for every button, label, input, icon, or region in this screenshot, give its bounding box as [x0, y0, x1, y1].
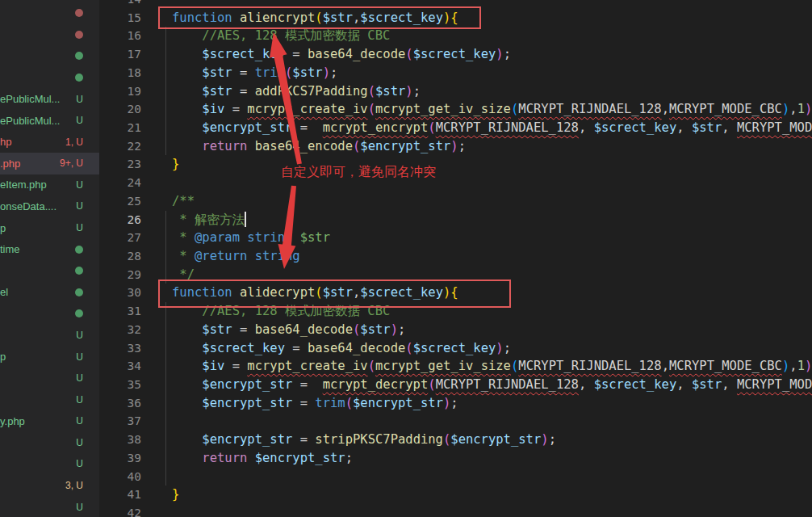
file-item[interactable]: ePublicMul...U — [0, 110, 99, 132]
file-item[interactable]: time — [0, 238, 99, 260]
modified-dot-icon — [75, 288, 83, 296]
file-item[interactable]: 3, U — [0, 475, 99, 497]
line-number[interactable]: 23 — [99, 155, 141, 174]
line-number[interactable]: 34 — [99, 357, 141, 376]
line-number[interactable]: 26 — [99, 211, 141, 229]
file-item[interactable]: pU — [0, 346, 99, 368]
code-text: $encrypt_str = stripPKSC7Padding($encryp… — [141, 431, 556, 449]
line-number[interactable]: 17 — [99, 45, 141, 64]
code-text: $screct_key = base64_decode($screct_key)… — [141, 45, 511, 64]
code-line[interactable]: 41} — [99, 485, 812, 504]
code-line[interactable]: 18 $str = trim($str); — [99, 64, 812, 82]
line-number[interactable]: 41 — [99, 485, 141, 504]
file-item[interactable] — [0, 24, 99, 46]
code-line[interactable]: 35 $encrypt_str = mcrypt_decrypt(MCRYPT_… — [99, 376, 812, 394]
file-item[interactable]: U — [0, 325, 99, 347]
file-item[interactable] — [0, 2, 99, 24]
code-line[interactable]: 21 $encrypt_str = mcrypt_encrypt(MCRYPT_… — [99, 119, 812, 137]
line-number[interactable]: 22 — [99, 137, 141, 156]
file-item[interactable]: ePublicMul...U — [0, 88, 99, 110]
line-number[interactable]: 27 — [99, 229, 141, 247]
code-line[interactable]: 32 $str = base64_decode($str); — [99, 321, 812, 339]
code-line[interactable]: 28 * @return string — [99, 247, 812, 266]
code-line[interactable]: 23} — [99, 155, 812, 174]
file-item[interactable]: y.phpU — [0, 410, 99, 432]
file-item[interactable]: .php9+, U — [0, 153, 99, 174]
git-status-badge: U — [76, 458, 83, 469]
file-item-label: onseData.... — [0, 200, 73, 212]
file-item[interactable]: U — [0, 432, 99, 454]
line-number[interactable]: 14 — [99, 0, 141, 9]
file-item[interactable] — [0, 45, 99, 67]
line-number[interactable]: 16 — [99, 27, 141, 45]
line-number[interactable]: 21 — [99, 119, 141, 137]
code-line[interactable]: 17 $screct_key = base64_decode($screct_k… — [99, 45, 812, 64]
code-line[interactable]: 40 — [99, 468, 812, 486]
line-number[interactable]: 18 — [99, 64, 141, 82]
line-number[interactable]: 30 — [99, 284, 141, 302]
code-text: //AES, 128 模式加密数据 CBC — [141, 27, 390, 45]
file-item[interactable] — [0, 260, 99, 282]
code-line[interactable]: 26 * 解密方法 — [99, 211, 812, 229]
file-item[interactable]: pU — [0, 217, 99, 239]
file-item[interactable]: eItem.phpU — [0, 174, 99, 196]
code-line[interactable]: 42 — [99, 504, 812, 517]
file-item[interactable]: el — [0, 282, 99, 304]
code-line[interactable]: 37 — [99, 412, 812, 431]
file-item[interactable]: hp1, U — [0, 131, 99, 153]
modified-dot-icon — [75, 31, 83, 39]
git-status-badge: U — [76, 200, 83, 212]
code-line[interactable]: 15function aliencrypt($str,$screct_key){ — [99, 9, 812, 27]
code-text — [141, 412, 172, 431]
code-line[interactable]: 31 //AES, 128 模式加密数据 CBC — [99, 302, 812, 321]
code-line[interactable]: 27 * @param string $str — [99, 229, 812, 247]
code-text — [141, 0, 172, 9]
line-number[interactable]: 29 — [99, 266, 141, 284]
file-item-label: ePublicMul... — [0, 93, 73, 105]
code-line[interactable]: 34 $iv = mcrypt_create_iv(mcrypt_get_iv_… — [99, 357, 812, 376]
line-number[interactable]: 35 — [99, 376, 141, 394]
git-status-badge: U — [76, 437, 83, 448]
line-number[interactable]: 24 — [99, 174, 141, 192]
line-number[interactable]: 15 — [99, 9, 141, 27]
line-number[interactable]: 42 — [99, 504, 141, 517]
line-number[interactable]: 39 — [99, 449, 141, 468]
line-number[interactable]: 40 — [99, 468, 141, 486]
code-line[interactable]: 30function alidecrypt($str,$screct_key){ — [99, 284, 812, 302]
code-line[interactable]: 33 $screct_key = base64_decode($screct_k… — [99, 339, 812, 358]
git-status-badge: U — [76, 179, 83, 191]
file-item[interactable]: U — [0, 389, 99, 410]
file-item[interactable] — [0, 303, 99, 325]
file-item[interactable] — [0, 67, 99, 89]
code-text: function aliencrypt($str,$screct_key){ — [141, 9, 458, 27]
code-line[interactable]: 29 */ — [99, 266, 812, 284]
file-item[interactable]: onseData....U — [0, 195, 99, 217]
line-number[interactable]: 38 — [99, 431, 141, 449]
file-item[interactable]: U — [0, 368, 99, 389]
line-number[interactable]: 28 — [99, 247, 141, 266]
line-number[interactable]: 37 — [99, 412, 141, 431]
code-line[interactable]: 14 — [99, 0, 812, 9]
line-number[interactable]: 25 — [99, 192, 141, 211]
code-text: //AES, 128 模式加密数据 CBC — [141, 302, 390, 321]
code-line[interactable]: 24 — [99, 174, 812, 192]
code-line[interactable]: 36 $encrypt_str = trim($encrypt_str); — [99, 394, 812, 413]
code-editor[interactable]: 1415function aliencrypt($str,$screct_key… — [99, 0, 812, 517]
file-item[interactable]: U — [0, 453, 99, 475]
code-line[interactable]: 38 $encrypt_str = stripPKSC7Padding($enc… — [99, 431, 812, 449]
line-number[interactable]: 33 — [99, 339, 141, 358]
line-number[interactable]: 20 — [99, 100, 141, 119]
code-text: * @return string — [141, 247, 300, 266]
line-number[interactable]: 32 — [99, 321, 141, 339]
code-line[interactable]: 25/** — [99, 192, 812, 211]
code-text: $encrypt_str = trim($encrypt_str); — [141, 394, 458, 413]
line-number[interactable]: 31 — [99, 302, 141, 321]
line-number[interactable]: 36 — [99, 394, 141, 413]
code-line[interactable]: 19 $str = addPKCS7Padding($str); — [99, 82, 812, 101]
code-line[interactable]: 16 //AES, 128 模式加密数据 CBC — [99, 27, 812, 45]
file-item[interactable]: U — [0, 496, 99, 517]
code-line[interactable]: 39 return $encrypt_str; — [99, 449, 812, 468]
code-line[interactable]: 22 return base64_encode($encrypt_str); — [99, 137, 812, 156]
line-number[interactable]: 19 — [99, 82, 141, 101]
code-line[interactable]: 20 $iv = mcrypt_create_iv(mcrypt_get_iv_… — [99, 100, 812, 119]
